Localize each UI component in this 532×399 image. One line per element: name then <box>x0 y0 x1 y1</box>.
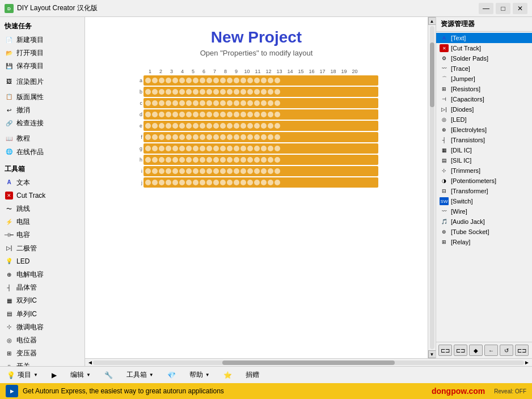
hole[interactable] <box>261 123 267 129</box>
hole[interactable] <box>159 180 164 185</box>
hole[interactable] <box>247 134 253 140</box>
hole[interactable] <box>213 134 219 140</box>
toolbar-help-btn[interactable]: 帮助 ▼ <box>183 367 217 383</box>
hole[interactable] <box>213 146 219 151</box>
sidebar-item-new[interactable]: 📄 新建项目 <box>0 33 85 46</box>
hole[interactable] <box>186 100 192 106</box>
hole[interactable] <box>254 123 260 129</box>
hole[interactable] <box>234 100 239 106</box>
resource-item-jumper[interactable]: ⌒ [Jumper] <box>436 74 532 84</box>
hole[interactable] <box>145 123 151 129</box>
hole[interactable] <box>179 146 185 151</box>
hole[interactable] <box>159 123 164 129</box>
maximize-button[interactable]: □ <box>496 3 510 14</box>
hole[interactable] <box>152 134 158 140</box>
resource-item-wire[interactable]: 〰 [Wire] <box>436 206 532 217</box>
hole[interactable] <box>159 168 164 174</box>
hole[interactable] <box>213 112 219 117</box>
hole[interactable] <box>275 168 280 174</box>
toolbar-arrow-btn[interactable]: ▶ <box>45 367 64 383</box>
hole[interactable] <box>227 112 233 117</box>
hole[interactable] <box>247 100 253 106</box>
hole[interactable] <box>145 112 151 117</box>
sidebar-item-transformer[interactable]: ⊞ 变压器 <box>0 347 85 360</box>
hole[interactable] <box>234 123 239 129</box>
hole[interactable] <box>234 146 239 151</box>
scroll-thumb-h[interactable] <box>222 360 395 365</box>
hole[interactable] <box>268 157 273 163</box>
hole[interactable] <box>247 89 253 95</box>
sidebar-item-dil-ic[interactable]: ▦ 双列IC <box>0 294 85 307</box>
hole[interactable] <box>213 157 219 163</box>
resource-item-led[interactable]: ◎ [LED] <box>436 114 532 125</box>
hole[interactable] <box>268 78 273 83</box>
breadboard-strip-d[interactable] <box>143 109 378 120</box>
sidebar-item-led[interactable]: 💡 LED <box>0 255 85 268</box>
hole[interactable] <box>220 112 226 117</box>
hole[interactable] <box>172 112 178 117</box>
hole[interactable] <box>145 157 151 163</box>
hole[interactable] <box>275 157 280 163</box>
sidebar-item-jumper[interactable]: 〜 跳线 <box>0 202 85 215</box>
hole[interactable] <box>275 112 280 117</box>
scroll-up-button[interactable]: ▲ <box>428 17 436 25</box>
hole[interactable] <box>254 157 260 163</box>
hole[interactable] <box>254 134 260 140</box>
hole[interactable] <box>234 78 239 83</box>
breadboard-strip-e[interactable] <box>143 121 378 131</box>
sidebar-item-transistor[interactable]: ┤ 晶体管 <box>0 281 85 294</box>
scroll-down-button[interactable]: ▼ <box>428 350 436 358</box>
hole[interactable] <box>247 123 253 129</box>
sidebar-item-tutorial[interactable]: 📖 教程 <box>0 132 85 145</box>
hole[interactable] <box>186 78 192 83</box>
hole[interactable] <box>268 112 273 117</box>
hole[interactable] <box>200 134 205 140</box>
hole[interactable] <box>166 146 171 151</box>
hole[interactable] <box>254 78 260 83</box>
hole[interactable] <box>227 180 233 185</box>
hole[interactable] <box>234 112 239 117</box>
breadboard-strip-f[interactable] <box>143 132 378 142</box>
hole[interactable] <box>261 100 267 106</box>
breadboard-strip-i[interactable] <box>143 166 378 176</box>
hole[interactable] <box>206 78 212 83</box>
hole[interactable] <box>261 157 267 163</box>
resource-item-audio-jack[interactable]: 🎵 [Audio Jack] <box>436 217 532 227</box>
hole[interactable] <box>275 146 280 151</box>
hole[interactable] <box>172 123 178 129</box>
resource-item-relay[interactable]: ⊞ [Relay] <box>436 237 532 247</box>
hole[interactable] <box>240 146 246 151</box>
hole[interactable] <box>200 180 205 185</box>
hole[interactable] <box>240 168 246 174</box>
breadboard-strip-b[interactable] <box>143 87 378 97</box>
hole[interactable] <box>186 180 192 185</box>
hole[interactable] <box>152 100 158 106</box>
hole[interactable] <box>240 157 246 163</box>
hole[interactable] <box>240 100 246 106</box>
scroll-thumb[interactable] <box>430 43 434 107</box>
hole[interactable] <box>227 123 233 129</box>
hole[interactable] <box>275 78 280 83</box>
hole[interactable] <box>152 112 158 117</box>
sidebar-item-check[interactable]: 🔗 检查连接 <box>0 117 85 130</box>
breadboard[interactable]: 1 2 3 4 5 6 7 8 9 10 11 12 13 14 <box>134 69 378 188</box>
sidebar-item-switch[interactable]: ⎍ 开关 <box>0 360 85 366</box>
hole[interactable] <box>261 168 267 174</box>
scroll-left-button[interactable]: ◄ <box>87 359 93 366</box>
breadboard-strip-g[interactable] <box>143 143 378 154</box>
breadboard-strip-h[interactable] <box>143 155 378 165</box>
hole[interactable] <box>247 157 253 163</box>
hole[interactable] <box>275 89 280 95</box>
hole[interactable] <box>227 157 233 163</box>
resource-item-potentiometers[interactable]: ◑ [Potentiometers] <box>436 176 532 186</box>
hole[interactable] <box>166 100 171 106</box>
sidebar-item-properties[interactable]: 📋 版面属性 <box>0 91 85 104</box>
scroll-right-button[interactable]: ► <box>524 359 530 366</box>
hole[interactable] <box>166 112 171 117</box>
hole[interactable] <box>152 180 158 185</box>
hole[interactable] <box>159 157 164 163</box>
hole[interactable] <box>234 89 239 95</box>
hole[interactable] <box>268 168 273 174</box>
hole[interactable] <box>227 100 233 106</box>
hole[interactable] <box>240 78 246 83</box>
